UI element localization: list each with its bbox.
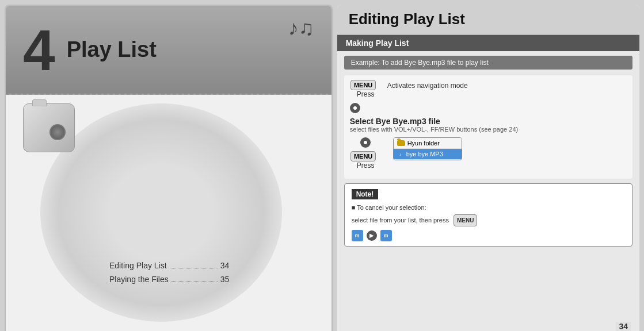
note-box: Note! ■ To cancel your selection: select… <box>344 183 632 247</box>
file-name: bye bye.MP3 <box>406 151 443 157</box>
step-2-section: Select Bye Bye.mp3 file select files wit… <box>350 103 627 133</box>
toc-label-2: Playing the Files <box>109 275 169 284</box>
device-speaker <box>49 124 66 140</box>
chapter-number: 4 <box>23 21 55 79</box>
nav-dot-inner-2 <box>364 141 367 144</box>
press-label-2: Press <box>357 161 375 170</box>
icon-m1: m <box>352 230 363 241</box>
note-text: ■ To cancel your selection: <box>352 203 625 213</box>
chapter-header: 4 Play List ♪♫ <box>6 6 331 95</box>
toc-page-1: 34 <box>220 261 230 270</box>
note-bullet: ■ <box>352 204 356 211</box>
nav-dot-icon <box>350 103 360 113</box>
step-3-left: MENU Press <box>350 137 382 170</box>
toc-dots-1 <box>170 268 218 268</box>
toc-dots-2 <box>172 282 218 282</box>
folder-name: Hyun folder <box>407 140 440 147</box>
page-header: Editing Play List <box>337 5 639 35</box>
table-of-contents: Editing Play List 34 Playing the Files 3… <box>109 261 229 288</box>
section-bar: Making Play List <box>337 35 639 51</box>
device-top <box>32 99 47 106</box>
right-panel: Editing Play List Making Play List Examp… <box>337 5 639 331</box>
press-label-1: Press <box>357 90 375 98</box>
page-number: 34 <box>616 322 631 331</box>
page-title: Editing Play List <box>349 10 465 28</box>
menu-badge-2: MENU <box>350 151 376 161</box>
toc-page-2: 35 <box>220 275 230 284</box>
note-icon-row: m ▶ m <box>352 230 625 241</box>
toc-item-2: Playing the Files 35 <box>109 275 229 284</box>
menu-badge-1: MENU <box>350 80 376 90</box>
left-panel: 4 Play List ♪♫ Editing Play List 34 Play… <box>5 5 333 331</box>
nav-dot-inner <box>353 106 357 110</box>
device-body <box>23 103 75 152</box>
file-icon: ♪ <box>397 151 404 157</box>
step-1-left: MENU Press <box>350 80 382 98</box>
nav-dot-icon-2 <box>360 137 371 148</box>
arrow-icon: ▶ <box>367 230 377 241</box>
chapter-title: Play List <box>67 37 157 62</box>
note-desc-row: select file from your list, then press M… <box>352 214 625 226</box>
step-1-action: Activates navigation mode <box>387 80 468 91</box>
step-3-row: MENU Press Hyun folder ♪ bye bye.MP3 <box>350 137 627 170</box>
music-icon: ♪♫ <box>288 16 314 40</box>
example-bar: Example: To add Bye Bye.mp3 file to play… <box>344 56 632 70</box>
folder-icon <box>397 140 405 146</box>
folder-row: Hyun folder <box>394 138 462 149</box>
note-menu-badge: MENU <box>454 214 477 226</box>
select-desc: select files with VOL+/VOL-, FF/REW butt… <box>350 126 627 133</box>
note-header: Note! <box>352 189 379 199</box>
toc-item-1: Editing Play List 34 <box>109 261 229 270</box>
note-desc: select file from your list, then press <box>352 217 449 224</box>
select-title: Select Bye Bye.mp3 file <box>350 117 627 126</box>
file-row-selected: ♪ bye bye.MP3 <box>394 149 462 160</box>
toc-label-1: Editing Play List <box>109 261 167 270</box>
note-main-text: To cancel your selection: <box>357 204 426 211</box>
steps-content: MENU Press Activates navigation mode Sel… <box>344 75 632 179</box>
folder-display: Hyun folder ♪ bye bye.MP3 <box>393 137 462 160</box>
icon-m2: m <box>380 230 392 241</box>
step-1-row: MENU Press Activates navigation mode <box>350 80 627 98</box>
step-1-text: Activates navigation mode <box>387 82 468 90</box>
device-image <box>23 103 81 158</box>
